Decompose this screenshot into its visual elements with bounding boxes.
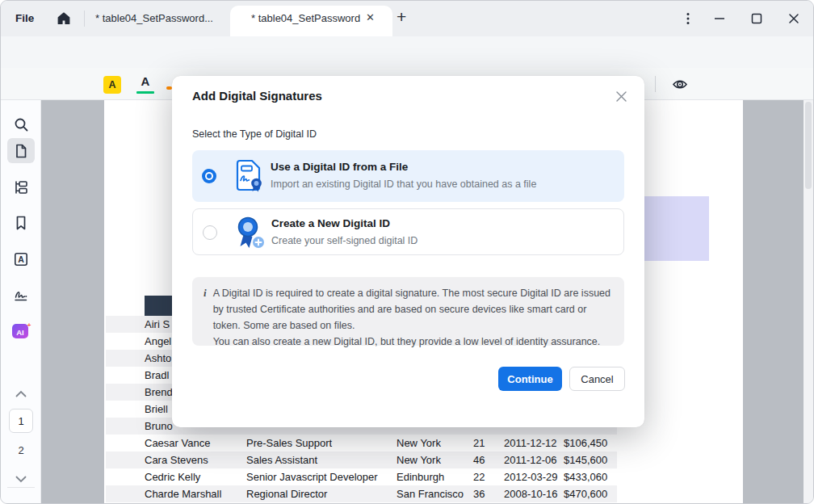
- cell-name: Charde Marshall: [145, 485, 221, 502]
- current-page-indicator[interactable]: 1: [9, 409, 33, 433]
- underline-tool-button[interactable]: A: [136, 74, 154, 94]
- cell-name: Cedric Kelly: [145, 468, 200, 485]
- option-title: Use a Digital ID from a File: [271, 161, 408, 173]
- tab-active[interactable]: * table04_SetPassword ✕: [230, 6, 392, 36]
- toolbar-divider: [655, 76, 656, 92]
- info-paragraph-1: A Digital ID is required to create a dig…: [213, 285, 613, 334]
- tab-active-label: * table04_SetPassword: [251, 12, 360, 24]
- previous-page-button[interactable]: [13, 386, 29, 402]
- cell-salary: $470,600: [564, 485, 607, 502]
- cell-position: Regional Director: [246, 485, 327, 502]
- table-row: Ashto: [145, 350, 171, 367]
- close-window-button[interactable]: [783, 8, 804, 29]
- next-page-button[interactable]: [13, 471, 29, 487]
- cell-position: Senior Javascript Developer: [246, 468, 378, 485]
- squiggly-tool-partial[interactable]: [166, 86, 172, 90]
- option-description: Import an existing Digital ID that you h…: [271, 178, 536, 190]
- svg-text:A: A: [18, 254, 24, 264]
- home-icon: [56, 10, 72, 27]
- app-window: File * table04_SetPassword... * table04_…: [0, 0, 814, 504]
- maximize-icon: [749, 10, 765, 27]
- letter-a-square-icon: A: [13, 251, 29, 267]
- chevron-up-icon: [13, 386, 29, 402]
- info-box: i A Digital ID is required to create a d…: [192, 277, 624, 346]
- minimize-button[interactable]: [709, 8, 730, 29]
- bookmark-icon: [13, 215, 29, 231]
- option-digital-id-from-file[interactable]: Use a Digital ID from a File Import an e…: [192, 150, 624, 202]
- search-button[interactable]: [13, 116, 29, 132]
- dialog-close-button[interactable]: [612, 87, 630, 105]
- signature-panel-button[interactable]: [13, 287, 29, 303]
- cell-date: 2011-12-12: [504, 435, 557, 452]
- main-toolbar: 100% Annotate Edit PDF Form Converter Pr…: [1, 36, 813, 68]
- radio-unselected[interactable]: [203, 225, 217, 240]
- underline-a-icon: A: [141, 74, 150, 88]
- vertical-scrollbar[interactable]: [804, 100, 813, 504]
- maximize-button[interactable]: [746, 8, 767, 29]
- radio-selected[interactable]: [202, 169, 216, 183]
- new-digital-id-icon: [233, 214, 266, 251]
- tab-inactive[interactable]: * table04_SetPassword...: [95, 12, 213, 24]
- kebab-icon: [681, 11, 695, 26]
- cell-date: 2012-03-29: [504, 468, 558, 485]
- table-row: Airi S: [145, 316, 170, 333]
- window-chrome: File * table04_SetPassword... * table04_…: [0, 0, 814, 504]
- annotations-panel-button[interactable]: A: [13, 251, 29, 267]
- cell-date: 2011-12-06: [504, 452, 557, 468]
- file-menu[interactable]: File: [15, 12, 34, 24]
- cell-salary: $106,450: [564, 435, 607, 452]
- continue-button[interactable]: Continue: [498, 367, 562, 391]
- cell-salary: $433,060: [564, 468, 607, 485]
- left-sidebar: A AI +: [1, 100, 41, 504]
- bookmarks-button[interactable]: [13, 215, 29, 231]
- cell-city: Edinburgh: [397, 468, 444, 485]
- cell-name: Caesar Vance: [145, 435, 210, 452]
- highlight-tool-button[interactable]: A: [103, 76, 121, 94]
- cell-name: Cara Stevens: [145, 452, 208, 468]
- info-icon: i: [204, 285, 207, 338]
- table-row: Brend: [145, 384, 173, 401]
- outline-tree-icon: [13, 179, 29, 195]
- highlight-a-icon: A: [108, 79, 115, 90]
- table-row: Briell: [145, 401, 168, 418]
- option-title: Create a New Digital ID: [271, 217, 390, 229]
- signature-icon: [13, 287, 29, 303]
- svg-text:AI: AI: [16, 328, 24, 337]
- structure-panel-button[interactable]: [13, 179, 29, 195]
- scrollbar-thumb[interactable]: [805, 102, 812, 189]
- new-tab-button[interactable]: +: [397, 7, 406, 27]
- next-page-number[interactable]: 2: [1, 444, 41, 456]
- cancel-button[interactable]: Cancel: [569, 367, 625, 391]
- rectangle-annotation[interactable]: [644, 196, 709, 261]
- titlebar-divider: [84, 10, 85, 27]
- add-digital-signatures-dialog: Add Digital Signatures Select the Type o…: [172, 76, 644, 427]
- home-button[interactable]: [56, 10, 72, 27]
- ai-assistant-button[interactable]: AI +: [11, 321, 30, 338]
- cell-city: New York: [397, 452, 441, 468]
- cell-age: 46: [473, 452, 485, 468]
- cell-salary: $145,600: [564, 452, 607, 468]
- menu-kebab-button[interactable]: [678, 8, 699, 29]
- table-row: Angel: [145, 333, 171, 350]
- underline-green-bar: [136, 91, 154, 94]
- certificate-file-icon: [234, 159, 263, 193]
- cell-age: 36: [473, 485, 485, 502]
- view-visibility-button[interactable]: [672, 77, 688, 92]
- close-icon: [786, 10, 802, 27]
- eye-icon: [672, 77, 688, 92]
- cell-date: 2008-10-16: [504, 485, 558, 502]
- dialog-section-label: Select the Type of Digital ID: [192, 128, 317, 140]
- page-thumbnails-button[interactable]: [13, 143, 29, 159]
- option-create-new-digital-id[interactable]: Create a New Digital ID Create your self…: [192, 208, 624, 255]
- close-icon: [616, 91, 627, 102]
- info-paragraph-2: You can also create a new Digital ID, bu…: [213, 334, 613, 350]
- ai-icon: AI +: [11, 321, 31, 340]
- table-row: Bruno: [145, 418, 173, 435]
- cell-position: Pre-Sales Support: [246, 435, 332, 452]
- dialog-title: Add Digital Signatures: [192, 89, 322, 103]
- tab-close-button[interactable]: ✕: [366, 11, 375, 23]
- chevron-down-icon: [13, 471, 29, 487]
- minimize-icon: [711, 10, 728, 27]
- cell-age: 21: [473, 435, 485, 452]
- option-description: Create your self-signed digital ID: [271, 235, 417, 246]
